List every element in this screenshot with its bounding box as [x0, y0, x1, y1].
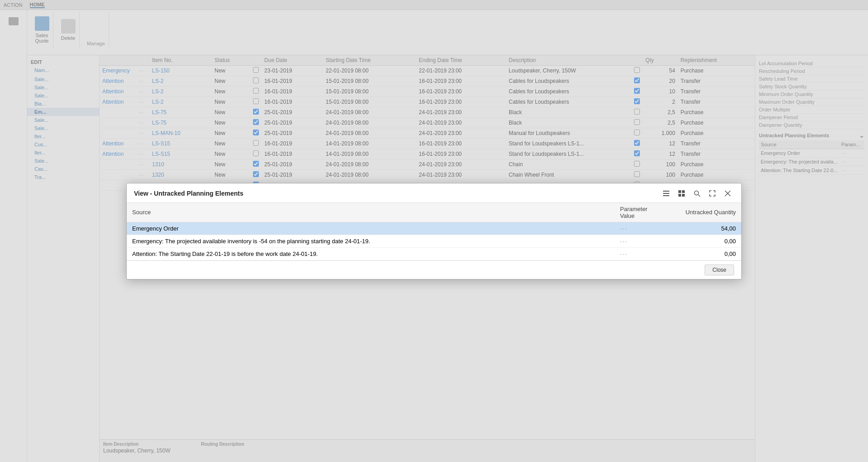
modal-close-button[interactable]: Close: [705, 265, 734, 275]
modal-cell-source: Emergency Order: [127, 222, 615, 235]
modal-footer: Close: [127, 260, 741, 279]
modal-header: View - Untracked Planning Elements: [127, 183, 741, 203]
svg-rect-5: [678, 194, 681, 197]
modal-overlay: View - Untracked Planning Elements: [0, 0, 868, 462]
modal-cell-param: ···: [615, 222, 669, 235]
modal-cell-param: ···: [615, 247, 669, 260]
modal-cell-qty: 54,00: [669, 222, 741, 235]
modal-header-actions: [660, 188, 734, 199]
modal-col-param: Parameter Value: [615, 203, 669, 222]
modal-cell-qty: 0,00: [669, 247, 741, 260]
modal-dialog: View - Untracked Planning Elements: [126, 183, 742, 279]
modal-cell-qty: 0,00: [669, 235, 741, 247]
list-view-button[interactable]: [660, 188, 672, 199]
search-button[interactable]: [691, 188, 703, 199]
svg-rect-0: [663, 191, 669, 192]
svg-point-7: [695, 191, 699, 195]
modal-col-untracked: Untracked Quantity: [669, 203, 741, 222]
modal-table-row[interactable]: Attention: The Starting Date 22-01-19 is…: [127, 247, 741, 260]
expand-button[interactable]: [706, 188, 719, 199]
close-button[interactable]: [721, 188, 734, 199]
modal-table: Source Parameter Value Untracked Quantit…: [127, 203, 741, 260]
modal-col-source: Source: [127, 203, 615, 222]
modal-table-row[interactable]: Emergency Order ··· 54,00: [127, 222, 741, 235]
svg-rect-1: [663, 193, 669, 194]
svg-rect-4: [682, 190, 685, 193]
modal-table-row[interactable]: Emergency: The projected available inven…: [127, 235, 741, 247]
modal-cell-param: ···: [615, 235, 669, 247]
svg-line-8: [698, 195, 700, 197]
grid-view-button[interactable]: [675, 188, 688, 199]
modal-table-header: Source Parameter Value Untracked Quantit…: [127, 203, 741, 222]
svg-rect-6: [682, 194, 685, 197]
modal-cell-source: Emergency: The projected available inven…: [127, 235, 615, 247]
modal-body: Source Parameter Value Untracked Quantit…: [127, 203, 741, 260]
modal-title: View - Untracked Planning Elements: [134, 190, 243, 197]
modal-cell-source: Attention: The Starting Date 22-01-19 is…: [127, 247, 615, 260]
svg-rect-3: [678, 190, 681, 193]
svg-rect-2: [663, 195, 669, 196]
